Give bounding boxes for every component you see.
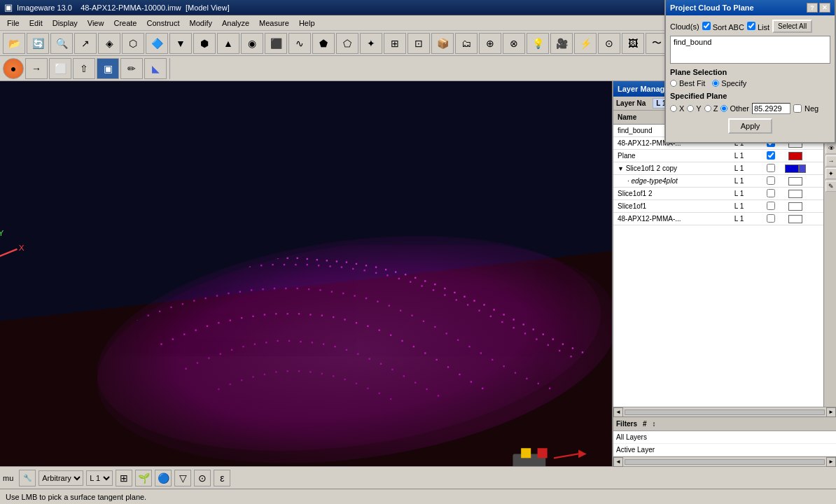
unit-btn[interactable]: 🔧	[19, 470, 36, 486]
menu-help[interactable]: Help	[295, 18, 319, 29]
filter-row-all-layers[interactable]: All Layers	[613, 431, 836, 444]
tb-boxes-btn[interactable]: ⬜	[49, 58, 71, 79]
tb-snap-btn[interactable]: ⚡	[574, 33, 597, 54]
menu-view[interactable]: View	[83, 18, 109, 29]
tb-solid-btn[interactable]: ⬠	[336, 33, 358, 54]
cloud-list[interactable]: find_bound	[670, 36, 830, 64]
hscroll2-left[interactable]: ◄	[613, 457, 623, 467]
dialog-close-btn[interactable]: ✕	[819, 3, 830, 13]
tb-box-btn[interactable]: 📦	[431, 33, 454, 54]
tb-arrow-btn[interactable]: ↗	[74, 33, 97, 54]
tb-render-btn[interactable]: 🖼	[622, 33, 644, 54]
tb-pick-btn[interactable]: ⊙	[598, 33, 620, 54]
bottom-icon-1[interactable]: ⊞	[116, 470, 132, 486]
menu-create[interactable]: Create	[109, 18, 141, 29]
tb-mesh-btn[interactable]: ⊞	[384, 33, 406, 54]
menu-file[interactable]: File	[3, 18, 24, 29]
tb-iso-btn[interactable]: ⊡	[407, 33, 430, 54]
tb-point-btn[interactable]: ✦	[360, 33, 382, 54]
mode-select[interactable]: Arbitrary	[39, 470, 83, 486]
hscroll-left[interactable]: ◄	[613, 407, 623, 417]
tb-circle-btn[interactable]: ●	[3, 58, 24, 79]
far-right-icon-2[interactable]: 👁	[825, 143, 836, 154]
viewport[interactable]: + ↑ X Y	[0, 81, 612, 466]
specified-plane-row: X Y Z Other Neg	[670, 103, 830, 114]
list-checkbox[interactable]	[747, 22, 755, 30]
menu-modify[interactable]: Modify	[186, 18, 216, 29]
apply-button[interactable]: Apply	[728, 118, 773, 134]
tb-move-right-btn[interactable]: →	[25, 58, 48, 79]
checkbox-plane[interactable]	[767, 151, 775, 160]
best-fit-radio[interactable]	[670, 80, 677, 87]
menu-edit[interactable]: Edit	[25, 18, 47, 29]
layer-row-slice2[interactable]: Slice1of1 2 L 1	[613, 188, 823, 200]
checkbox-slice2[interactable]	[767, 189, 775, 197]
other-value-input[interactable]	[752, 103, 790, 114]
tb-select-btn[interactable]: ⊗	[503, 33, 525, 54]
tb-persp-btn[interactable]: 🗂	[455, 33, 478, 54]
hscroll-right[interactable]: ►	[826, 407, 836, 417]
tb-shape2-btn[interactable]: ⬡	[122, 33, 144, 54]
tb-shape8-btn[interactable]: ⬛	[265, 33, 287, 54]
layer-row-slice1[interactable]: Slice1of1 L 1	[613, 200, 823, 213]
status-message: Use LMB to pick a surface tangent plane.	[6, 493, 146, 501]
layer-row-edge-type4[interactable]: · edge-type4plot L 1	[613, 175, 823, 188]
tb-surface-btn[interactable]: ⬟	[312, 33, 335, 54]
neg-checkbox[interactable]	[793, 104, 802, 113]
hscroll-track[interactable]	[625, 410, 825, 415]
checkbox-48-2[interactable]	[767, 214, 775, 223]
sort-abc-checkbox[interactable]	[702, 22, 711, 30]
other-radio[interactable]	[720, 105, 727, 112]
layer-row-slice-copy[interactable]: ▼ Slice1of1 2 copy L 1	[613, 162, 823, 175]
layer-select[interactable]: L 1	[86, 470, 113, 486]
checkbox-slice1[interactable]	[767, 202, 775, 210]
expand-icon[interactable]: ▼	[618, 165, 624, 172]
tb-curve-btn[interactable]: ∿	[288, 33, 311, 54]
bottom-toolbar: mu 🔧 Arbitrary L 1 ⊞ 🌱 🔵 ▽ ⊙ ε	[0, 466, 836, 489]
tb-camera-btn[interactable]: 🎥	[550, 33, 573, 54]
tb-shape4-btn[interactable]: ▼	[169, 33, 192, 54]
plane-selection-row: Best Fit Specify	[670, 79, 830, 88]
hscroll2-right[interactable]: ►	[826, 457, 836, 467]
menu-measure[interactable]: Measure	[255, 18, 293, 29]
far-right-icon-4[interactable]: ✦	[825, 168, 836, 179]
layer-row-48-2[interactable]: 48-APX12-PMMA-... L 1	[613, 213, 823, 225]
menu-analyze[interactable]: Analyze	[218, 18, 253, 29]
tb-pen-btn[interactable]: ✏	[120, 58, 143, 79]
bottom-icon-4[interactable]: ▽	[174, 470, 191, 486]
far-right-icon-3[interactable]: →	[825, 155, 836, 167]
menu-construct[interactable]: Construct	[142, 18, 183, 29]
bottom-icon-3[interactable]: 🔵	[155, 470, 172, 486]
tb-shape6-btn[interactable]: ▲	[217, 33, 239, 54]
tb-light-btn[interactable]: 💡	[527, 33, 549, 54]
z-radio[interactable]	[704, 105, 711, 112]
bottom-icon-epsilon[interactable]: ε	[214, 470, 230, 486]
dialog-help-btn[interactable]: ?	[807, 3, 818, 13]
tb-viewport-btn[interactable]: ▣	[97, 58, 119, 79]
menu-display[interactable]: Display	[48, 18, 82, 29]
tb-open-btn[interactable]: 📂	[3, 33, 25, 54]
bottom-icon-2[interactable]: 🌱	[135, 470, 152, 486]
bottom-icon-5[interactable]: ⊙	[194, 470, 211, 486]
y-radio-label: Y	[687, 104, 701, 113]
far-right-icon-5[interactable]: ✎	[825, 181, 836, 192]
row-name-slice2: Slice1of1 2	[615, 190, 699, 197]
tb-rotate-btn[interactable]: 🔄	[27, 33, 49, 54]
hscroll2-track[interactable]	[625, 459, 825, 465]
checkbox-edge-type4[interactable]	[767, 176, 775, 185]
select-all-btn[interactable]: Select All	[772, 20, 812, 33]
tb-fit-btn[interactable]: ⊕	[479, 33, 501, 54]
tb-shape3-btn[interactable]: 🔷	[146, 33, 168, 54]
filter-row-active-layer[interactable]: Active Layer	[613, 444, 836, 456]
checkbox-slice-copy[interactable]	[767, 164, 775, 172]
tb-zoom-btn[interactable]: 🔍	[50, 33, 73, 54]
tb-blue-shape-btn[interactable]: ◣	[144, 58, 167, 79]
tb-shape7-btn[interactable]: ◉	[241, 33, 263, 54]
y-radio[interactable]	[687, 105, 694, 112]
tb-shape5-btn[interactable]: ⬢	[193, 33, 216, 54]
tb-shape1-btn[interactable]: ◈	[98, 33, 120, 54]
x-radio[interactable]	[670, 105, 677, 112]
specify-radio[interactable]	[712, 80, 719, 87]
layer-row-plane[interactable]: Plane L 1	[613, 150, 823, 162]
tb-arrow2-btn[interactable]: ⇧	[73, 58, 95, 79]
